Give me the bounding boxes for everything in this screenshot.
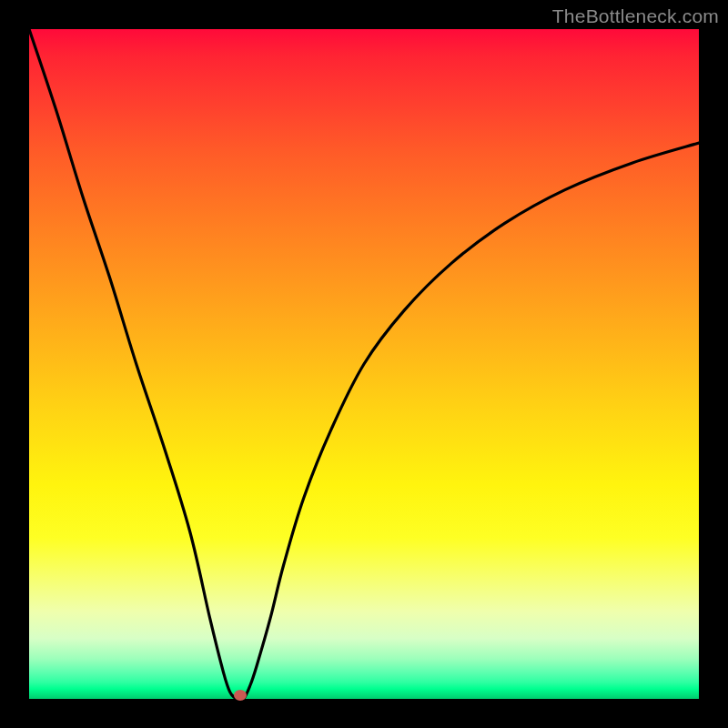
watermark-text: TheBottleneck.com [552, 5, 719, 27]
curve-svg [29, 29, 699, 699]
bottleneck-curve-path [29, 29, 699, 699]
chart-frame: TheBottleneck.com [0, 0, 728, 728]
plot-area [29, 29, 699, 699]
minimum-marker [234, 690, 247, 701]
